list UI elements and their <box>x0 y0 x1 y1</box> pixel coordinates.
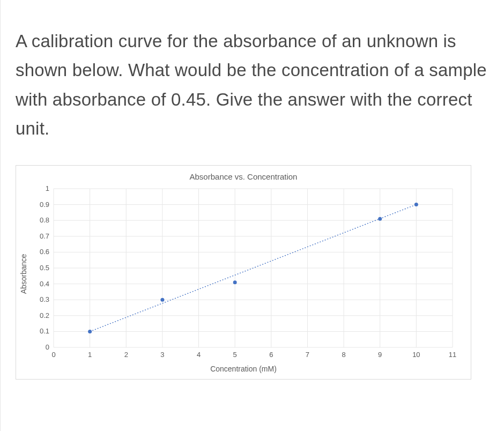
y-tick-label: 0.8 <box>40 216 49 224</box>
y-tick-label: 0.3 <box>40 295 49 303</box>
y-tick-label: 0.6 <box>40 248 49 256</box>
x-tick-label: 9 <box>378 351 382 359</box>
x-tick-label: 1 <box>88 351 92 359</box>
y-tick-label: 0.2 <box>40 311 49 319</box>
data-point <box>233 280 237 284</box>
x-tick-label: 7 <box>306 351 309 359</box>
y-tick-label: 1 <box>46 185 49 192</box>
y-tick-label: 0.9 <box>40 200 49 208</box>
y-tick-label: 0.5 <box>40 264 49 272</box>
question-text: A calibration curve for the absorbance o… <box>16 27 489 144</box>
y-tick-label: 0 <box>46 343 49 351</box>
chart-title: Absorbance vs. Concentration <box>26 172 461 181</box>
data-point <box>378 217 382 220</box>
y-tick-label: 0.7 <box>40 232 49 240</box>
data-point <box>160 298 164 301</box>
plot-area: Absorbance 0123456789101100.10.20.30.40.… <box>26 185 461 362</box>
data-point <box>414 203 418 206</box>
chart-svg: 0123456789101100.10.20.30.40.50.60.70.80… <box>26 185 460 362</box>
data-point <box>88 330 92 333</box>
x-axis-label: Concentration (mM) <box>26 365 461 373</box>
x-tick-label: 10 <box>412 351 420 359</box>
y-tick-label: 0.1 <box>40 327 49 335</box>
x-tick-label: 2 <box>124 351 128 359</box>
y-tick-label: 0.4 <box>40 279 49 287</box>
x-tick-label: 8 <box>342 351 345 359</box>
x-tick-label: 5 <box>233 351 237 359</box>
chart-container: Absorbance vs. Concentration Absorbance … <box>16 165 471 380</box>
x-tick-label: 11 <box>449 351 456 359</box>
x-tick-label: 3 <box>160 351 164 359</box>
y-axis-label: Absorbance <box>19 254 28 294</box>
x-tick-label: 0 <box>51 351 55 359</box>
x-tick-label: 6 <box>269 351 273 359</box>
x-tick-label: 4 <box>197 351 201 359</box>
